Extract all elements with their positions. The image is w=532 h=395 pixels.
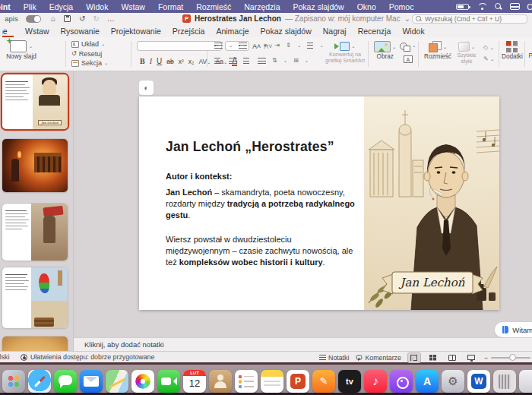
menu-pomoc[interactable]: Pomoc	[389, 2, 414, 11]
designer-button[interactable]: Projektant	[527, 41, 532, 59]
section-button[interactable]: Sekcja⌄	[71, 59, 108, 67]
line-spacing-button[interactable]: ⇕	[286, 42, 291, 49]
subscript-button[interactable]: x₂	[188, 58, 195, 65]
dock-calendar-icon[interactable]: LUT 12	[183, 370, 206, 393]
design-ideas-button[interactable]: ◐	[139, 81, 154, 95]
decrease-indent-button[interactable]: ⇤	[264, 42, 269, 49]
slide-editing-surface[interactable]: Jan Lechoń „Herostrates” Autor i konteks…	[139, 96, 499, 310]
menu-format[interactable]: Format	[158, 2, 183, 11]
battery-icon[interactable]	[456, 4, 469, 10]
normal-view-button[interactable]	[408, 353, 420, 362]
menu-clock[interactable]: Cz	[527, 2, 532, 11]
spotlight-search-icon[interactable]	[495, 3, 502, 10]
tab-rysowanie[interactable]: Rysowanie	[61, 24, 100, 37]
slide-paragraph-1[interactable]: Jan Lechoń – skamandryta, poeta nowoczes…	[166, 187, 357, 222]
tab-projektowanie[interactable]: Projektowanie	[111, 24, 161, 37]
slide-text-placeholder[interactable]: Jan Lechoń „Herostrates” Autor i konteks…	[166, 139, 357, 280]
dock-launchpad-icon[interactable]	[2, 370, 25, 393]
align-center-button[interactable]	[229, 58, 237, 64]
title-chevron-down-icon[interactable]: ⌄	[404, 14, 410, 23]
control-center-icon[interactable]	[510, 3, 518, 10]
dock-word-icon[interactable]: W	[467, 370, 490, 393]
save-icon[interactable]	[64, 15, 71, 22]
menu-wstaw[interactable]: Wstaw	[121, 2, 145, 11]
menu-edycja[interactable]: Edycja	[49, 2, 74, 11]
redo-icon[interactable]: ↻	[93, 15, 99, 23]
slideshow-button[interactable]	[465, 353, 477, 362]
quick-styles-button[interactable]: ⌄ Szybkie style	[453, 42, 480, 65]
thumbnail-slide-3[interactable]	[2, 204, 68, 261]
columns-button[interactable]	[307, 43, 313, 49]
dock-settings-icon[interactable]: ⚙	[442, 370, 464, 393]
thumbnail-slide-2[interactable]	[2, 139, 68, 192]
home-icon[interactable]: ⌂	[51, 15, 55, 23]
zoom-out-button[interactable]: −	[484, 354, 488, 362]
reset-button[interactable]: ↺ Resetuj	[71, 50, 108, 58]
dock-messages-icon[interactable]	[54, 370, 77, 393]
bullets-button[interactable]	[214, 43, 223, 49]
accessibility-status[interactable]: Ułatwienia dostępu: dobrze przygotowane	[30, 353, 154, 361]
menu-app-name[interactable]: PowerPoint	[0, 2, 11, 11]
menu-rozmiesc[interactable]: Rozmieść	[196, 2, 231, 11]
more-commands-icon[interactable]: …	[107, 15, 115, 23]
dock-facetime-icon[interactable]	[157, 370, 180, 393]
thumbnail-slide-5[interactable]	[2, 337, 68, 351]
superscript-button[interactable]: x²	[179, 58, 184, 65]
arrange-button[interactable]: ⌄ Rozmieść	[424, 41, 451, 60]
tab-pokaz-slajdow[interactable]: Pokaz slajdów	[261, 24, 312, 37]
justify-button[interactable]	[258, 58, 266, 64]
dock-pages-icon[interactable]: ✎	[312, 370, 335, 393]
strikethrough-button[interactable]: ab	[166, 58, 173, 65]
dock-maps-icon[interactable]	[106, 370, 128, 393]
font-name-combo[interactable]	[137, 41, 222, 51]
tab-glowne[interactable]: Główne	[2, 24, 14, 37]
layout-button[interactable]: Układ⌄	[71, 40, 108, 48]
zoom-slider-knob[interactable]	[509, 354, 516, 361]
addins-button[interactable]: Dodatki	[502, 41, 523, 60]
dock-podcasts-icon[interactable]	[390, 370, 413, 393]
dock-notes-icon[interactable]	[261, 370, 283, 393]
tab-przejscia[interactable]: Przejścia	[173, 24, 205, 37]
menu-widok[interactable]: Widok	[86, 2, 108, 11]
menu-okno[interactable]: Okno	[357, 2, 376, 11]
increase-indent-button[interactable]: ⇥	[275, 42, 280, 49]
tab-animacje[interactable]: Animacje	[216, 24, 249, 37]
dock-photos-icon[interactable]	[131, 370, 154, 393]
dock-reminders-icon[interactable]	[235, 370, 258, 393]
slide-thumbnail-panel[interactable]: Jan Lechoń	[0, 71, 74, 351]
menu-narzedzia[interactable]: Narzędzia	[244, 2, 280, 11]
slide-sorter-view-button[interactable]	[427, 353, 439, 362]
underline-button[interactable]: U	[157, 57, 162, 65]
dock-appletv-icon[interactable]: tv	[338, 370, 361, 393]
jan-lechon-portrait-illustration[interactable]: Jan Lechoń	[364, 96, 499, 310]
language-indicator[interactable]: Polski	[0, 353, 13, 361]
menu-pokaz-slajdow[interactable]: Pokaz slajdów	[293, 2, 344, 11]
notes-toggle-button[interactable]: Notatki	[319, 354, 349, 362]
new-slide-button[interactable]: ⌄ Nowy slajd	[5, 40, 38, 60]
reading-view-button[interactable]	[446, 353, 458, 362]
text-box-button[interactable]: A	[404, 55, 413, 63]
menu-plik[interactable]: Plik	[24, 2, 36, 11]
slide-title[interactable]: Jan Lechoń „Herostrates”	[166, 139, 357, 155]
numbering-button[interactable]	[239, 43, 247, 49]
italic-button[interactable]: I	[150, 57, 152, 65]
dock-trash-icon[interactable]	[493, 370, 516, 393]
align-left-button[interactable]	[214, 58, 223, 64]
text-direction-button[interactable]: ⇅	[272, 57, 277, 64]
dock-mail-icon[interactable]	[80, 370, 103, 393]
picture-button[interactable]: ⌄ Obraz	[374, 41, 396, 60]
tab-wstaw[interactable]: Wstaw	[25, 24, 49, 37]
dock-powerpoint-icon[interactable]: P	[287, 370, 309, 393]
wifi-icon[interactable]	[477, 3, 486, 10]
comments-toggle-button[interactable]: Komentarze	[356, 354, 401, 362]
notes-pane[interactable]: Kliknij, aby dodać notatki	[74, 337, 532, 351]
smartart-button[interactable]: ⌄ Konwertuj na grafikę SmartArt	[322, 41, 368, 64]
dock-music-icon[interactable]: ♪	[364, 370, 387, 393]
zoom-control[interactable]: −	[484, 354, 530, 362]
dock-contacts-icon[interactable]	[209, 370, 232, 393]
thumbnail-slide-4[interactable]	[2, 267, 68, 328]
welcome-panel-button[interactable]: Witamy	[495, 322, 532, 337]
bold-button[interactable]: B	[140, 57, 145, 65]
autosave-toggle[interactable]	[26, 15, 41, 23]
shapes-button[interactable]: ⌄	[400, 43, 416, 52]
